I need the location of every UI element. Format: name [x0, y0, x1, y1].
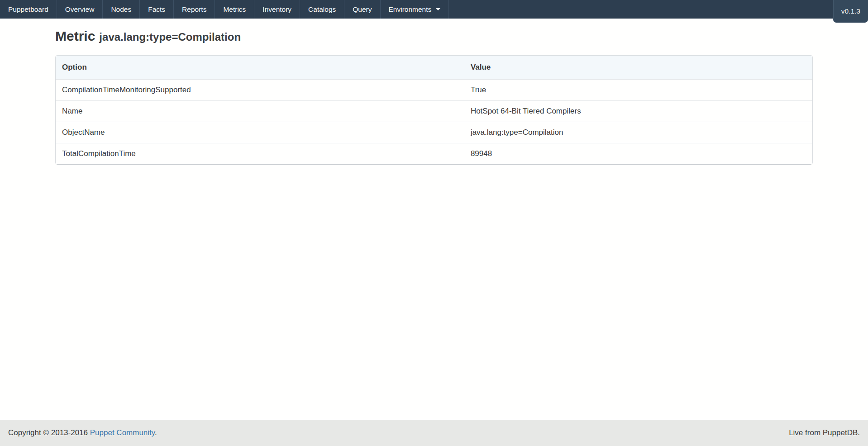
footer: Copyright © 2013-2016 Puppet Community. … [0, 420, 868, 446]
version-badge: v0.1.3 [833, 0, 868, 23]
nav-item-puppetboard[interactable]: Puppetboard [0, 0, 57, 19]
nav-item-reports[interactable]: Reports [174, 0, 215, 19]
nav-item-facts[interactable]: Facts [140, 0, 174, 19]
header-row: Option Value [56, 56, 812, 80]
nav-item-environments-label: Environments [389, 5, 432, 14]
main-content: Metricjava.lang:type=Compilation Option … [55, 28, 813, 165]
value-cell: 89948 [464, 143, 812, 164]
nav-item-catalogs[interactable]: Catalogs [300, 0, 344, 19]
option-cell: CompilationTimeMonitoringSupported [56, 80, 464, 101]
metric-table: Option Value CompilationTimeMonitoringSu… [55, 55, 813, 165]
nav-item-inventory[interactable]: Inventory [254, 0, 300, 19]
page-title-text: Metric [55, 28, 95, 43]
column-header-value: Value [464, 56, 812, 80]
option-cell: TotalCompilationTime [56, 143, 464, 164]
value-cell: HotSpot 64-Bit Tiered Compilers [464, 101, 812, 122]
value-cell: True [464, 80, 812, 101]
nav-item-metrics[interactable]: Metrics [215, 0, 254, 19]
table-row: TotalCompilationTime 89948 [56, 143, 812, 164]
footer-copyright: Copyright © 2013-2016 Puppet Community. [8, 428, 157, 437]
table-row: ObjectName java.lang:type=Compilation [56, 122, 812, 143]
navbar: Puppetboard Overview Nodes Facts Reports… [0, 0, 868, 19]
nav-item-nodes[interactable]: Nodes [103, 0, 140, 19]
column-header-option: Option [56, 56, 464, 80]
nav-item-overview[interactable]: Overview [57, 0, 103, 19]
page-title: Metricjava.lang:type=Compilation [55, 28, 813, 45]
copyright-text: Copyright © 2013-2016 [8, 428, 90, 437]
chevron-down-icon [436, 8, 440, 10]
page-subtitle: java.lang:type=Compilation [99, 31, 241, 43]
puppet-community-link[interactable]: Puppet Community [90, 428, 155, 437]
value-cell: java.lang:type=Compilation [464, 122, 812, 143]
metric-table-header: Option Value [56, 56, 812, 80]
copyright-period: . [155, 428, 157, 437]
table-row: Name HotSpot 64-Bit Tiered Compilers [56, 101, 812, 122]
table-row: CompilationTimeMonitoringSupported True [56, 80, 812, 101]
nav-item-environments-dropdown[interactable]: Environments [381, 0, 449, 19]
option-cell: Name [56, 101, 464, 122]
nav-item-query[interactable]: Query [344, 0, 380, 19]
footer-status: Live from PuppetDB. [789, 428, 860, 437]
option-cell: ObjectName [56, 122, 464, 143]
navbar-menu: Puppetboard Overview Nodes Facts Reports… [0, 0, 449, 19]
